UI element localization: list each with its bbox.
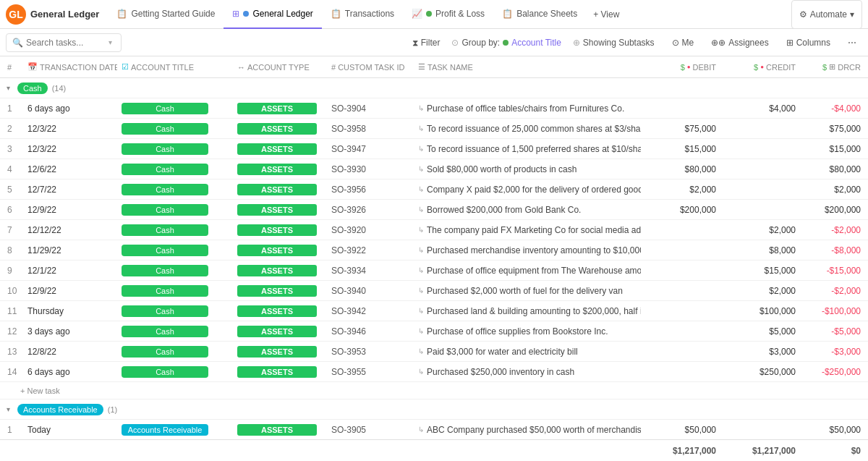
cell-date: 12/7/22 [23, 185, 117, 195]
filter-button[interactable]: ⧗ Filter [407, 33, 446, 52]
group-badge-accounts-receivable[interactable]: Accounts Receivable [17, 404, 103, 415]
cell-account: Cash [117, 265, 233, 276]
col-custom[interactable]: # CUSTOM TASK ID [327, 63, 414, 72]
account-badge: Cash [122, 245, 208, 256]
col-credit[interactable]: $ ● CREDIT [720, 63, 800, 72]
type-badge: ASSETS [237, 123, 317, 135]
col-debit[interactable]: $ ● DEBIT [641, 63, 720, 72]
cell-custom: SO-3926 [327, 205, 414, 215]
table-row[interactable]: 7 12/12/22 Cash ASSETS SO-3920 ↳ The com… [0, 220, 868, 240]
cell-custom: SO-3955 [327, 367, 414, 377]
cell-account: Cash [117, 305, 233, 317]
cell-date: 12/9/22 [23, 286, 117, 296]
columns-icon: ⊞ [786, 38, 793, 48]
cell-credit: $250,000 [720, 367, 800, 377]
assignees-button[interactable]: ⊕⊕ Assignees [705, 33, 774, 52]
task-icon: ↳ [418, 165, 424, 173]
cell-num: 1 [3, 103, 23, 114]
cell-taskname: ↳ Borrowed $200,000 from Gold Bank Co. [414, 205, 641, 215]
table-row[interactable]: 1 Today Accounts Receivable ASSETS SO-39… [0, 420, 868, 439]
table-row[interactable]: 4 12/6/22 Cash ASSETS SO-3930 ↳ Sold $80… [0, 159, 868, 179]
table-row[interactable]: 11 Thursday Cash ASSETS SO-3942 ↳ Purcha… [0, 301, 868, 321]
subtasks-icon: ⊕ [573, 38, 580, 48]
table-row[interactable]: 9 12/1/22 Cash ASSETS SO-3934 ↳ Purchase… [0, 261, 868, 281]
cell-type: ASSETS [233, 245, 327, 256]
col-drcr[interactable]: $ ⊞ DRCR [800, 62, 865, 72]
task-icon: ↳ [418, 368, 424, 376]
filter-icon: ⧗ [412, 38, 418, 48]
table-row[interactable]: 12 3 days ago Cash ASSETS SO-3946 ↳ Purc… [0, 321, 868, 342]
col-date[interactable]: 📅 TRANSACTION DATE [23, 62, 117, 72]
col-type[interactable]: ↔ ACCOUNT TYPE [233, 63, 327, 72]
account-badge: Cash [122, 123, 208, 135]
automate-chevron: ▾ [850, 9, 854, 20]
account-badge: Cash [122, 285, 208, 297]
table-row[interactable]: 8 11/29/22 Cash ASSETS SO-3922 ↳ Purchas… [0, 240, 868, 261]
table-row[interactable]: 14 6 days ago Cash ASSETS SO-3955 ↳ Purc… [0, 362, 868, 382]
tab-general-ledger[interactable]: ⊞ General Ledger [224, 0, 321, 29]
new-task-cash[interactable]: + New task [0, 382, 868, 399]
cell-taskname: ↳ Purchase of office tables/chairs from … [414, 103, 641, 114]
search-box[interactable]: 🔍 ▾ [6, 33, 122, 52]
task-icon: ↳ [418, 246, 424, 254]
group-toggle-cash[interactable]: ▾ [3, 84, 13, 92]
cell-drcr: -$8,000 [800, 245, 865, 255]
table-row[interactable]: 1 6 days ago Cash ASSETS SO-3904 ↳ Purch… [0, 98, 868, 119]
type-badge: ASSETS [237, 245, 317, 256]
table-row[interactable]: 10 12/9/22 Cash ASSETS SO-3940 ↳ Purchas… [0, 281, 868, 301]
table-row[interactable]: 3 12/3/22 Cash ASSETS SO-3947 ↳ To recor… [0, 139, 868, 159]
task-icon: ↳ [418, 104, 424, 112]
more-options-button[interactable]: ⋯ [842, 33, 862, 52]
cell-debit: $2,000 [641, 185, 720, 195]
cell-taskname: ↳ Sold $80,000 worth of products in cash [414, 164, 641, 174]
automate-button[interactable]: ⚙ Automate ▾ [791, 0, 862, 29]
type-badge: ASSETS [237, 305, 317, 317]
group-header-accounts-receivable[interactable]: ▾ Accounts Receivable (1) [0, 399, 868, 420]
table-row[interactable]: 6 12/9/22 Cash ASSETS SO-3926 ↳ Borrowed… [0, 200, 868, 220]
cell-drcr: -$15,000 [800, 266, 865, 276]
app-logo: GL [6, 4, 26, 25]
cell-num: 3 [3, 144, 23, 154]
tab-getting-started[interactable]: 📋 Getting Started Guide [108, 0, 224, 29]
table-row[interactable]: 5 12/7/22 Cash ASSETS SO-3956 ↳ Company … [0, 179, 868, 200]
type-badge: ASSETS [237, 103, 317, 114]
cell-credit: $8,000 [720, 245, 800, 255]
type-badge: ASSETS [237, 326, 317, 337]
me-button[interactable]: ⊙ Me [666, 33, 700, 52]
cell-type: ASSETS [233, 326, 327, 337]
task-icon: ↳ [418, 145, 424, 153]
cell-num: 12 [3, 326, 23, 337]
cell-custom: SO-3904 [327, 103, 414, 114]
group-badge-cash[interactable]: Cash [17, 83, 48, 94]
table-row[interactable]: 2 12/3/22 Cash ASSETS SO-3958 ↳ To recor… [0, 119, 868, 139]
showing-subtasks-button[interactable]: ⊕ Showing Subtasks [567, 33, 660, 52]
app-title: General Ledger [30, 9, 99, 20]
cell-num: 5 [3, 185, 23, 195]
cell-account: Cash [117, 366, 233, 378]
group-header-cash[interactable]: ▾ Cash (14) [0, 78, 868, 98]
cell-custom: SO-3905 [327, 425, 414, 435]
group-count-accounts-receivable: (1) [108, 405, 117, 414]
search-icon: 🔍 [12, 38, 23, 48]
columns-button[interactable]: ⊞ Columns [780, 33, 836, 52]
tab-balance-sheets[interactable]: 📋 Balance Sheets [493, 0, 586, 29]
add-view-button[interactable]: + View [586, 0, 626, 29]
cell-account: Cash [117, 164, 233, 175]
group-toggle-accounts-receivable[interactable]: ▾ [3, 405, 13, 413]
col-taskname[interactable]: ☰ TASK NAME [414, 62, 641, 72]
tab-transactions[interactable]: 📋 Transactions [322, 0, 403, 29]
dollar-drcr-icon: $ [822, 63, 827, 72]
search-input[interactable] [26, 38, 106, 48]
cell-drcr: -$5,000 [800, 326, 865, 337]
cell-date: 12/3/22 [23, 144, 117, 154]
cell-num: 9 [3, 266, 23, 276]
cell-taskname: ↳ To record issuance of 25,000 common sh… [414, 124, 641, 134]
cell-taskname: ↳ Paid $3,000 for water and electricity … [414, 347, 641, 357]
type-badge: ASSETS [237, 164, 317, 175]
groupby-dot [503, 40, 509, 46]
table-row[interactable]: 13 12/8/22 Cash ASSETS SO-3953 ↳ Paid $3… [0, 342, 868, 362]
group-by-control[interactable]: ⊙ Group by: Account Title [451, 38, 561, 48]
task-col-icon: ☰ [418, 62, 425, 72]
col-account[interactable]: ☑ ACCOUNT TITLE [117, 62, 233, 72]
tab-profit-loss[interactable]: 📈 Profit & Loss [403, 0, 493, 29]
